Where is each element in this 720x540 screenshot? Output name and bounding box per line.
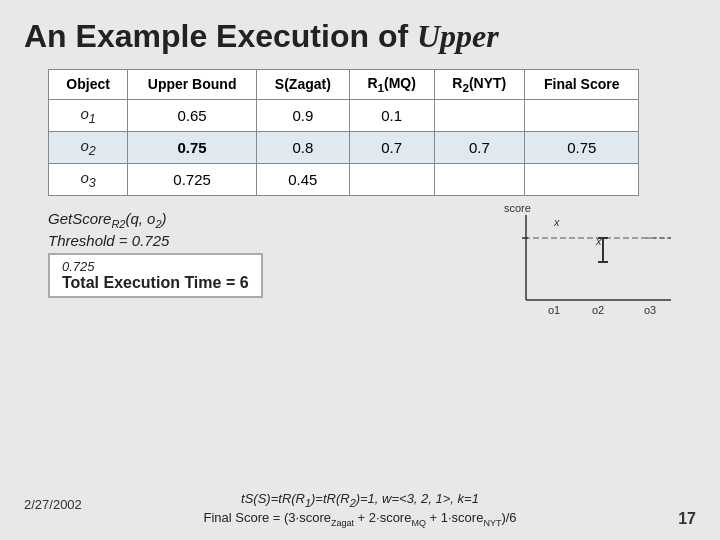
row3-final-score bbox=[525, 163, 639, 195]
table-row: o1 0.65 0.9 0.1 bbox=[49, 99, 639, 131]
row2-r2nyt: 0.7 bbox=[434, 131, 525, 163]
row1-final-score bbox=[525, 99, 639, 131]
col-header-upper-bound: Upper Bound bbox=[128, 70, 257, 100]
row2-object: o2 bbox=[49, 131, 128, 163]
col-header-szagat: S(Zagat) bbox=[256, 70, 349, 100]
row3-szagat: 0.45 bbox=[256, 163, 349, 195]
title-italic: Upper bbox=[417, 18, 499, 54]
chart-y-label: score bbox=[504, 202, 531, 214]
threshold-line: Threshold = 0.725 bbox=[48, 232, 486, 249]
exec-box-prefix: 0.725 bbox=[62, 259, 249, 274]
table-row: o2 0.75 0.8 0.7 0.7 0.75 bbox=[49, 131, 639, 163]
row3-r1mq bbox=[349, 163, 434, 195]
exec-time-box: 0.725 Total Execution Time = 6 bbox=[48, 253, 263, 298]
table-row: o3 0.725 0.45 bbox=[49, 163, 639, 195]
row2-szagat: 0.8 bbox=[256, 131, 349, 163]
chart-area: score x x o1 o2 bbox=[496, 200, 696, 330]
get-score-line: GetScoreR2(q, o2) bbox=[48, 210, 486, 230]
col-header-object: Object bbox=[49, 70, 128, 100]
page-title: An Example Execution of Upper bbox=[24, 18, 696, 55]
col-header-r1mq: R1(MQ) bbox=[349, 70, 434, 100]
row1-szagat: 0.9 bbox=[256, 99, 349, 131]
title-plain: An Example Execution of bbox=[24, 18, 417, 54]
svg-text:x: x bbox=[595, 235, 602, 247]
page-number: 17 bbox=[678, 510, 696, 528]
main-table: Object Upper Bound S(Zagat) R1(MQ) R2(NY… bbox=[48, 69, 639, 196]
formula-line: tS(S)=tR(R1)=tR(R2)=1, w=<3, 2, 1>, k=1 bbox=[0, 491, 720, 509]
bottom-section: GetScoreR2(q, o2) Threshold = 0.725 0.72… bbox=[24, 210, 696, 330]
main-page: An Example Execution of Upper Object Upp… bbox=[0, 0, 720, 540]
col-header-final-score: Final Score bbox=[525, 70, 639, 100]
chart-x-o3: o3 bbox=[644, 304, 656, 316]
svg-text:x: x bbox=[553, 216, 560, 228]
row1-r2nyt bbox=[434, 99, 525, 131]
row1-r1mq: 0.1 bbox=[349, 99, 434, 131]
col-header-r2nyt: R2(NYT) bbox=[434, 70, 525, 100]
left-info: GetScoreR2(q, o2) Threshold = 0.725 0.72… bbox=[24, 210, 486, 298]
row3-r2nyt bbox=[434, 163, 525, 195]
row1-upper-bound: 0.65 bbox=[128, 99, 257, 131]
chart-x-o1: o1 bbox=[548, 304, 560, 316]
chart-x-o2: o2 bbox=[592, 304, 604, 316]
row2-upper-bound: 0.75 bbox=[128, 131, 257, 163]
date-label: 2/27/2002 bbox=[24, 497, 82, 512]
row2-final-score: 0.75 bbox=[525, 131, 639, 163]
row3-object: o3 bbox=[49, 163, 128, 195]
score-chart: score x x o1 o2 bbox=[496, 200, 686, 330]
row2-r1mq: 0.7 bbox=[349, 131, 434, 163]
footer: tS(S)=tR(R1)=tR(R2)=1, w=<3, 2, 1>, k=1 … bbox=[0, 491, 720, 528]
row3-upper-bound: 0.725 bbox=[128, 163, 257, 195]
row1-object: o1 bbox=[49, 99, 128, 131]
final-score-line: Final Score = (3·scoreZagat + 2·scoreMQ … bbox=[0, 510, 720, 528]
